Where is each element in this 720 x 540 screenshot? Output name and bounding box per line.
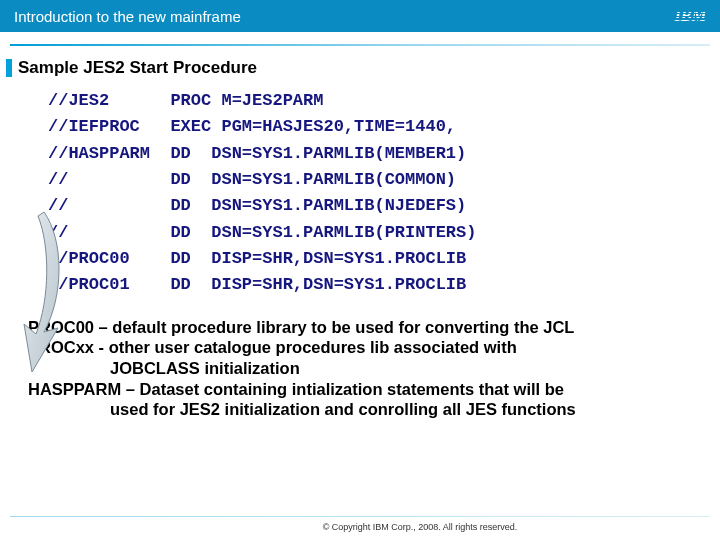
code-line: //PROC00 DD DISP=SHR,DSN=SYS1.PROCLIB (48, 246, 720, 272)
code-line: // DD DSN=SYS1.PARMLIB(PRINTERS) (48, 220, 720, 246)
code-line: //PROC01 DD DISP=SHR,DSN=SYS1.PROCLIB (48, 272, 720, 298)
jcl-code-block: //JES2 PROC M=JES2PARM //IEFPROC EXEC PG… (0, 88, 720, 299)
slide-title: Sample JES2 Start Procedure (18, 58, 257, 78)
footer: © Copyright IBM Corp., 2008. All rights … (0, 516, 720, 532)
code-line: // DD DSN=SYS1.PARMLIB(COMMON) (48, 167, 720, 193)
footer-divider (10, 516, 710, 517)
note-haspparm-cont: used for JES2 initialization and conroll… (28, 399, 692, 420)
notes-block: PROC00 – default procedure library to be… (0, 299, 720, 420)
header-divider (0, 32, 720, 52)
code-line: //JES2 PROC M=JES2PARM (48, 88, 720, 114)
copyright-text: © Copyright IBM Corp., 2008. All rights … (0, 522, 720, 532)
accent-bar (6, 59, 12, 77)
note-procxx-cont: JOBCLASS initialization (28, 358, 692, 379)
header-bar: Introduction to the new mainframe IBM (0, 0, 720, 32)
note-procxx: PROCxx - other user catalogue procedures… (28, 337, 692, 358)
code-line: //IEFPROC EXEC PGM=HASJES20,TIME=1440, (48, 114, 720, 140)
code-line: // DD DSN=SYS1.PARMLIB(NJEDEFS) (48, 193, 720, 219)
slide-title-row: Sample JES2 Start Procedure (0, 52, 720, 88)
header-title: Introduction to the new mainframe (14, 8, 241, 25)
ibm-logo: IBM (674, 4, 706, 28)
note-proc00: PROC00 – default procedure library to be… (28, 317, 692, 338)
note-haspparm: HASPPARM – Dataset containing intializat… (28, 379, 692, 400)
code-line: //HASPPARM DD DSN=SYS1.PARMLIB(MEMBER1) (48, 141, 720, 167)
